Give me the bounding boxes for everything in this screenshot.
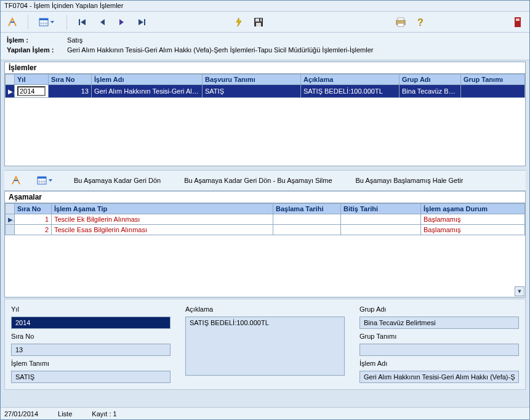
svg-rect-8 [256, 23, 261, 26]
label-islem-adi: İşlem Adı [359, 360, 519, 367]
col2-baslama[interactable]: Başlama Tarihi [273, 204, 341, 214]
nav-first-button[interactable] [74, 14, 90, 30]
islem-adi-field[interactable] [359, 371, 519, 383]
islemler-title: İşlemler [5, 62, 525, 74]
main-toolbar: ? [1, 12, 529, 33]
yil-input[interactable] [17, 86, 46, 96]
table-row[interactable]: ▶ 13 Geri Alım Hakkının Tesisi-Geri Alım… [6, 85, 525, 98]
status-mode: Liste [58, 410, 72, 418]
cell-islem-adi[interactable]: Geri Alım Hakkının Tesisi-Geri Alım Ha [92, 85, 203, 98]
cell2-sira[interactable]: 2 [15, 225, 52, 235]
cell2-durum[interactable]: Başlamamış [421, 225, 525, 235]
cell-grup-tanimi[interactable] [461, 85, 525, 98]
exit-icon[interactable] [510, 14, 526, 30]
cell-aciklama[interactable]: SATIŞ BEDELİ:100.000TL [301, 85, 400, 98]
col2-durum[interactable]: İşlem aşama Durum [421, 204, 525, 214]
cell-basvuru[interactable]: SATIŞ [203, 85, 301, 98]
cell2-bitis[interactable] [341, 225, 421, 235]
cell2-durum[interactable]: Başlamamış [421, 214, 525, 225]
btn-geri-don-silme[interactable]: Bu Aşamaya Kadar Geri Dön - Bu Aşamayı S… [177, 174, 339, 187]
chevron-down-icon [50, 20, 56, 24]
label-aciklama: Açıklama [185, 305, 345, 313]
islem-tanimi-field[interactable] [11, 371, 171, 383]
col2-asama-tip[interactable]: İşlem Aşama Tip [52, 204, 273, 214]
col-yil[interactable]: Yıl [15, 75, 49, 85]
print-icon[interactable] [393, 14, 409, 30]
nav-last-button[interactable] [134, 14, 150, 30]
nav-next-button[interactable] [114, 14, 130, 30]
cell-yil[interactable] [15, 85, 49, 98]
status-bar: 27/01/2014 Liste Kayıt : 1 [1, 407, 529, 419]
cell2-bitis[interactable] [341, 214, 421, 225]
status-date: 27/01/2014 [4, 410, 38, 418]
save-icon[interactable] [251, 14, 267, 30]
col-grup-adi[interactable]: Grup Adı [400, 75, 461, 85]
col-basvuru-tanimi[interactable]: Başvuru Tanımı [203, 75, 301, 85]
grup-adi-field[interactable] [359, 317, 519, 329]
label-yapilan-islem: Yapılan İşlem : [7, 46, 65, 54]
detail-form: Yıl Sıra No İşlem Tanımı Açıklama Grup A… [4, 299, 526, 390]
cell2-tip[interactable]: Tescile Esas Bilgilerin Alınması [52, 225, 273, 235]
asamalar-grid[interactable]: Sıra No İşlem Aşama Tip Başlama Tarihi B… [5, 203, 525, 235]
execute-icon[interactable] [231, 14, 247, 30]
label-sira-no: Sıra No [11, 333, 171, 340]
aciklama-field[interactable] [185, 317, 345, 376]
asamalar-title: Aşamalar [5, 192, 525, 203]
svg-rect-17 [38, 177, 46, 179]
calendar-button[interactable] [36, 14, 59, 30]
col-islem-adi[interactable]: İşlem Adı [92, 75, 203, 85]
label-yil: Yıl [11, 305, 171, 313]
app-logo-icon [4, 14, 20, 30]
cell2-sira[interactable]: 1 [15, 214, 52, 225]
svg-text:?: ? [417, 17, 424, 28]
nav-prev-button[interactable] [94, 14, 110, 30]
btn-geri-don[interactable]: Bu Aşamaya Kadar Geri Dön [67, 174, 167, 187]
islemler-grid[interactable]: Yıl Sıra No İşlem Adı Başvuru Tanımı Açı… [5, 74, 525, 98]
label-grup-tanimi: Grup Tanımı [359, 333, 519, 340]
value-yapilan-islem: Geri Alım Hakkının Tesisi-Geri Alım Hakk… [67, 46, 373, 54]
svg-rect-9 [259, 18, 260, 22]
col-grup-tanimi[interactable]: Grup Tanımı [461, 75, 525, 85]
cell2-tip[interactable]: Tescile Ek Bilgilerin Alınması [52, 214, 273, 225]
table-row[interactable]: ▶ 1 Tescile Ek Bilgilerin Alınması Başla… [6, 214, 525, 225]
label-islem: İşlem : [7, 36, 65, 44]
label-islem-tanimi: İşlem Tanımı [11, 360, 171, 367]
value-islem: Satış [67, 36, 82, 44]
cell-sira-no[interactable]: 13 [49, 85, 92, 98]
cell-grup-adi[interactable]: Bina Tecavüz Belirtm [400, 85, 461, 98]
svg-rect-7 [255, 18, 262, 22]
svg-rect-12 [398, 23, 404, 26]
row-marker-icon: ▶ [6, 214, 15, 225]
svg-rect-1 [39, 18, 48, 20]
scroll-down-icon[interactable]: ▼ [515, 286, 524, 296]
table-row[interactable]: 2 Tescile Esas Bilgilerin Alınması Başla… [6, 225, 525, 235]
cell2-baslama[interactable] [273, 225, 341, 235]
status-count: Kayıt : 1 [92, 410, 116, 418]
col2-sira-no[interactable]: Sıra No [15, 204, 52, 214]
info-section: İşlem : Satış Yapılan İşlem : Geri Alım … [1, 33, 529, 60]
app-logo-icon [8, 172, 24, 188]
label-grup-adi: Grup Adı [359, 305, 519, 313]
chevron-down-icon [48, 179, 54, 182]
cell2-baslama[interactable] [273, 214, 341, 225]
islemler-panel: İşlemler Yıl Sıra No İşlem Adı Başvuru T… [4, 62, 526, 166]
yil-field[interactable] [11, 317, 171, 329]
row-marker-icon: ▶ [6, 85, 15, 98]
svg-rect-15 [516, 18, 520, 21]
sira-no-field[interactable] [11, 344, 171, 356]
stage-toolbar: Bu Aşamaya Kadar Geri Dön Bu Aşamaya Kad… [4, 170, 526, 191]
calendar-button-2[interactable] [34, 172, 57, 188]
svg-rect-11 [398, 18, 404, 20]
col-aciklama[interactable]: Açıklama [301, 75, 400, 85]
col-sira-no[interactable]: Sıra No [49, 75, 92, 85]
asamalar-panel: Aşamalar Sıra No İşlem Aşama Tip Başlama… [4, 191, 526, 297]
help-icon[interactable]: ? [412, 14, 428, 30]
window-title: TF0704 - İşlem İçinden Yapılan İşlemler [1, 1, 529, 12]
col2-bitis[interactable]: Bitiş Tarihi [341, 204, 421, 214]
btn-baslamamis[interactable]: Bu Aşamayı Başlamamış Hale Getir [349, 174, 470, 187]
grup-tanimi-field[interactable] [359, 344, 519, 356]
